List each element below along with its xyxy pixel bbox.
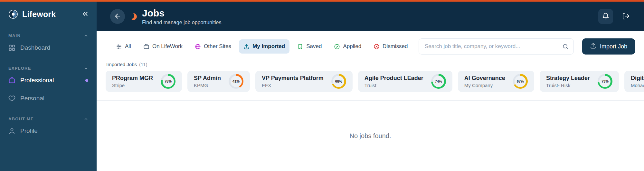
logout-button[interactable] <box>620 9 632 24</box>
job-card[interactable]: SP Admin KPMG 41% <box>187 71 250 92</box>
match-score-value: 41% <box>232 79 240 83</box>
job-company: Truist- Risk <box>546 83 590 88</box>
job-title: Strategy Leader <box>546 75 590 82</box>
sidebar-section-main[interactable]: MAIN <box>0 33 97 38</box>
job-card-text: SP Admin KPMG <box>194 75 221 88</box>
sidebar-item-profile[interactable]: Profile <box>0 123 97 139</box>
sidebar-header: Lifework <box>0 2 97 24</box>
filter-toolbar: All On LifeWork Other Sites <box>97 31 644 55</box>
imported-jobs-count: (11) <box>139 62 147 67</box>
lifework-logo-icon <box>8 9 18 19</box>
match-score-ring: 78% <box>161 74 175 89</box>
job-title: PRogram MGR <box>112 75 153 82</box>
match-score-hole: 67% <box>515 76 526 87</box>
job-card[interactable]: PRogram MGR Stripe 78% <box>106 71 182 92</box>
job-card-text: VP Payments Platform EFX <box>262 75 324 88</box>
job-card[interactable]: Strategy Leader Truist- Risk 73% <box>540 71 619 92</box>
briefcase-icon <box>8 77 15 84</box>
sidebar-item-label: Dashboard <box>20 44 50 51</box>
title-block: Jobs Find and manage job opportunities <box>142 8 221 25</box>
sidebar-section-explore[interactable]: EXPLORE <box>0 66 97 71</box>
job-title: Digital Risk Leader <box>631 75 644 82</box>
chevron-up-icon <box>84 34 88 38</box>
imported-jobs-label: Imported Jobs <box>106 62 137 67</box>
job-title: Agile Product LEader <box>365 75 423 82</box>
tab-label: Dismissed <box>383 43 408 50</box>
tab-dismissed[interactable]: Dismissed <box>369 39 412 54</box>
section-label: MAIN <box>8 33 21 38</box>
tab-saved[interactable]: Saved <box>293 39 326 54</box>
tab-label: On LifeWork <box>152 43 183 50</box>
match-score-value: 73% <box>601 79 609 83</box>
match-score-hole: 78% <box>163 76 174 87</box>
job-title: VP Payments Platform <box>262 75 324 82</box>
x-circle-icon <box>374 44 380 50</box>
back-button[interactable] <box>110 9 125 24</box>
job-card[interactable]: Digital Risk Leader Mohawk 68% <box>624 71 644 92</box>
job-company: Truist <box>365 83 423 88</box>
imported-jobs-carousel[interactable]: PRogram MGR Stripe 78% SP Admin KPMG 41% <box>97 71 644 101</box>
job-company: Mohawk <box>631 83 644 88</box>
search-icon <box>562 43 569 50</box>
search-field <box>419 38 574 55</box>
section-label: EXPLORE <box>8 66 31 71</box>
sidebar-item-dashboard[interactable]: Dashboard <box>0 39 97 56</box>
sidebar-collapse-button[interactable] <box>81 10 89 19</box>
match-score-value: 78% <box>165 79 172 83</box>
search-input[interactable] <box>419 38 574 55</box>
check-circle-icon <box>334 44 340 50</box>
import-job-button[interactable]: Import Job <box>582 38 635 55</box>
tab-label: Saved <box>306 43 322 50</box>
match-score-value: 74% <box>435 79 442 83</box>
results-area: No jobs found. <box>97 101 644 171</box>
job-card-text: Digital Risk Leader Mohawk <box>631 75 644 88</box>
filter-sliders-icon <box>116 44 122 50</box>
sidebar-section-about-me[interactable]: ABOUT ME <box>0 116 97 121</box>
sidebar-item-personal[interactable]: Personal <box>0 90 97 107</box>
double-chevron-left-icon <box>81 10 89 19</box>
main-area: Jobs Find and manage job opportunities <box>97 2 644 171</box>
sidebar-item-label: Personal <box>20 95 44 102</box>
match-score-ring: 68% <box>331 74 346 89</box>
job-card[interactable]: AI Governance My Company 67% <box>458 71 534 92</box>
match-score-hole: 73% <box>599 76 611 87</box>
import-job-label: Import Job <box>600 43 627 50</box>
tab-other-sites[interactable]: Other Sites <box>190 39 236 54</box>
job-company: Stripe <box>112 83 153 88</box>
tab-my-imported[interactable]: My Imported <box>239 39 289 54</box>
active-indicator-dot <box>85 79 88 82</box>
bell-icon <box>602 13 609 21</box>
job-card-text: AI Governance My Company <box>464 75 505 88</box>
sidebar-item-label: Professional <box>20 77 54 84</box>
tab-applied[interactable]: Applied <box>329 39 366 54</box>
job-company: My Company <box>464 83 505 88</box>
page-title: Jobs <box>142 8 221 19</box>
match-score-hole: 41% <box>231 76 242 87</box>
bookmark-icon <box>297 44 303 50</box>
tab-all[interactable]: All <box>111 39 136 54</box>
notifications-button[interactable] <box>598 9 613 24</box>
job-card[interactable]: VP Payments Platform EFX 68% <box>255 71 353 92</box>
match-score-ring: 74% <box>431 74 446 89</box>
chevron-up-icon <box>84 117 88 121</box>
dashboard-icon <box>8 44 15 51</box>
match-score-value: 67% <box>517 79 524 83</box>
empty-state-message: No jobs found. <box>350 132 391 140</box>
match-score-ring: 67% <box>513 74 528 89</box>
match-score-hole: 74% <box>433 76 444 87</box>
crescent-moon-icon <box>129 12 138 21</box>
briefcase-icon <box>143 44 149 50</box>
sidebar-item-professional[interactable]: Professional <box>0 72 97 89</box>
arrow-left-icon <box>114 13 121 21</box>
globe-icon <box>195 44 201 50</box>
job-card-text: PRogram MGR Stripe <box>112 75 153 88</box>
tab-on-lifework[interactable]: On LifeWork <box>139 39 187 54</box>
job-company: EFX <box>262 83 324 88</box>
logout-icon <box>622 12 630 21</box>
tab-label: Applied <box>343 43 361 50</box>
job-card[interactable]: Agile Product LEader Truist 74% <box>358 71 452 92</box>
match-score-ring: 73% <box>598 74 612 89</box>
upload-icon <box>243 44 250 50</box>
match-score-ring: 41% <box>229 74 243 89</box>
heart-icon <box>8 95 15 102</box>
